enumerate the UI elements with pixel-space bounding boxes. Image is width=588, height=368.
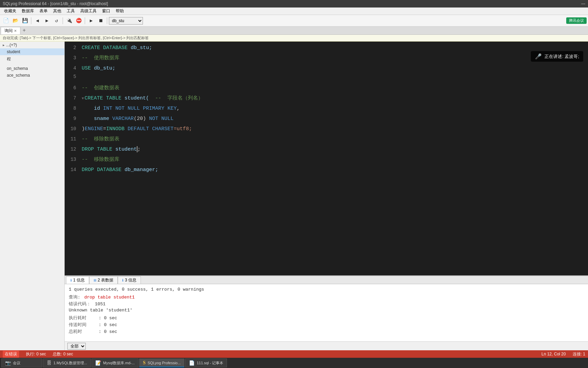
table-icon: ⊞ [94,278,96,282]
bottom-tabs: ℹ 1 信息 ⊞ 2 表数据 ℹ 3 信息 [65,276,588,284]
menubar: 收藏夹 数据库 表单 其他 工具 高级工具 窗口 帮助 [0,7,588,15]
line-number: 6 [65,85,82,91]
bottom-tab-info-label: 1 信息 [73,277,85,283]
toolbar-stop[interactable]: ⏹ [96,16,105,25]
tabbar: 询问 ✕ + [0,27,588,35]
sidebar-item-label: ...(+?) [6,43,17,47]
token [164,106,167,111]
menu-database[interactable]: 数据库 [19,7,37,15]
menu-tools[interactable]: 工具 [64,7,78,15]
total-value: : 0 sec [99,329,117,334]
token: KEY [167,106,177,111]
toolbar-sep1 [31,17,31,24]
toolbar-disconnect[interactable]: ⛔ [74,16,83,25]
toolbar-forward[interactable]: ▶ [43,16,51,25]
sidebar-item-cheng[interactable]: 程 [0,55,64,63]
sidebar-item-on-schema[interactable]: on_schema [0,65,64,72]
msg-icon: ℹ [122,278,124,282]
token: INNODB [106,126,125,132]
token [112,106,115,111]
toolbar-open[interactable]: 📂 [11,16,20,25]
filter-select[interactable]: 全部 [67,343,86,350]
bottom-content: 1 queries executed, 0 success, 1 errors,… [65,284,588,341]
taskbar-meeting[interactable]: 📷 会议 [1,358,42,367]
line-content: -- 创建数据表 [82,83,588,93]
token: DATABASE [103,45,128,51]
code-line-6: 6-- 创建数据表 [65,83,588,93]
menu-table[interactable]: 表单 [37,7,50,15]
menu-advanced[interactable]: 高级工具 [78,7,99,15]
result-query: 查询: drop table student1 [69,294,584,300]
bottom-footer: 全部 [65,341,588,350]
token: db_stu; [128,45,152,51]
token: 字段名（列名） [164,95,203,101]
taskbar-mysql-mgr[interactable]: 🗄 1.MySQL数据管理... [43,358,91,367]
menu-window[interactable]: 窗口 [99,7,113,15]
menu-other[interactable]: 其他 [50,7,64,15]
toolbar-connect[interactable]: 🔌 [65,16,74,25]
bottom-tab-info[interactable]: ℹ 1 信息 [66,276,89,284]
taskbar-mysql-md[interactable]: 📝 Mysql数据库.md-... [92,358,138,367]
token: CREATE [82,45,100,51]
line-number: 8 [65,106,82,111]
token: PRIMARY [143,106,164,111]
error-code-label: 错误代码： [69,302,91,307]
token: ) [82,126,85,132]
notepad-icon: 📄 [189,360,195,366]
token: (20) [134,116,149,122]
toolbar-sep2 [63,17,63,24]
toolbar-refresh[interactable]: ↺ [52,16,61,25]
line-number: 2 [65,45,82,50]
collapse-button[interactable]: ▼ [82,96,84,101]
toolbar-save[interactable]: 💾 [20,16,29,25]
token: -- [82,136,91,142]
taskbar-sqlyog-label: SQLyog Professio... [148,361,181,365]
sidebar-item-student[interactable]: student [0,48,64,55]
add-tab-button[interactable]: + [20,27,28,34]
token: 移除数据表 [91,136,119,142]
bottom-tab-msg[interactable]: ℹ 3 信息 [118,276,141,284]
code-line-5: 5 [65,74,588,83]
code-line-11: 11-- 移除数据表 [65,134,588,144]
toolbar-new[interactable]: 📄 [1,16,10,25]
sidebar-item-ace-schema[interactable]: ace_schema [0,72,64,79]
token [125,106,128,111]
token: NOT [115,106,125,111]
speaking-badge: 🎤 正在讲述: 孟波哥; [531,51,583,62]
line-content: DROP TABLE student; [82,145,588,154]
token: DEFAULT [128,126,149,132]
line-number: 14 [65,167,82,172]
token [158,116,161,122]
sidebar-item-plus[interactable]: ▸ ...(+?) [0,42,64,48]
exec-label: 执行耗时 [69,315,96,321]
query-tab-close[interactable]: ✕ [14,29,17,33]
meeting-icon: 📷 [5,360,11,366]
toolbar-back[interactable]: ◀ [33,16,42,25]
status-error: 在错误 [3,351,19,358]
menu-help[interactable]: 帮助 [113,7,127,15]
query-value: drop table student1 [84,295,135,300]
taskbar-notepad[interactable]: 📄 111.sql - 记事本 [185,358,227,367]
transfer-value: : 0 sec [99,322,117,327]
toolbar-run[interactable]: ▶ [87,16,96,25]
sidebar-cheng-label: 程 [7,56,11,62]
code-editor[interactable]: 2CREATE DATABASE db_stu;3-- 使用数据库4USE db… [65,42,588,275]
token: -- [149,95,164,101]
db-selector[interactable]: db_stu [109,17,143,25]
info-icon: ℹ [70,278,72,282]
taskbar-mysql-md-label: Mysql数据库.md-... [103,361,135,366]
line-content: -- 移除数据库 [82,155,588,165]
bottom-tab-table[interactable]: ⊞ 2 表数据 [89,276,118,284]
line-content: -- 使用数据库 [82,53,588,63]
query-tab[interactable]: 询问 ✕ [1,27,20,34]
taskbar-sqlyog[interactable]: S SQLyog Professio... [139,358,184,367]
token: NULL [161,116,174,122]
titlebar-close[interactable]: — [581,1,585,6]
token: DROP [82,167,94,173]
menu-favorites[interactable]: 收藏夹 [1,7,19,15]
taskbar-mysql-mgr-label: 1.MySQL数据管理... [53,361,87,366]
line-number: 12 [65,147,82,152]
line-number: 4 [65,65,82,71]
total-label: 总耗时 [69,328,96,335]
taskbar-notepad-label: 111.sql - 记事本 [197,361,223,366]
